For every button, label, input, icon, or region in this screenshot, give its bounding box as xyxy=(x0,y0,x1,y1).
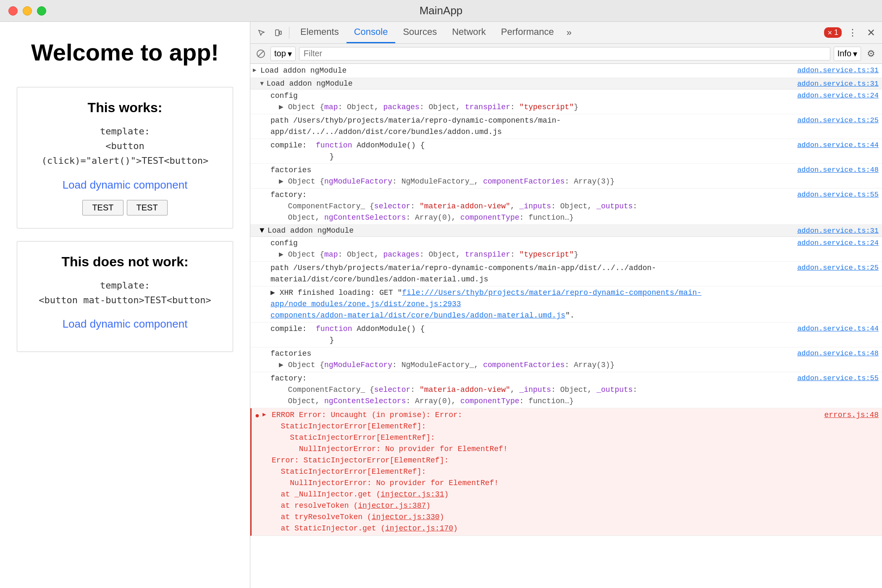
log-2-factory: factory: addon.service.ts:55 ComponentFa… xyxy=(250,189,882,225)
toolbar-separator xyxy=(289,27,289,39)
log-section-3-title: Load addon ngModule xyxy=(268,226,790,235)
log-3-config: config addon.service.ts:24 ▶ Object {map… xyxy=(250,237,882,262)
more-options-button[interactable]: ⋮ xyxy=(845,25,860,40)
console-settings-button[interactable]: ⚙ xyxy=(864,47,878,60)
app-main-title: Welcome to app! xyxy=(31,39,219,66)
log-2-path-file[interactable]: addon.service.ts:25 xyxy=(797,115,879,126)
error-count: 1 xyxy=(834,28,838,37)
tab-performance[interactable]: Performance xyxy=(494,22,562,43)
svg-rect-0 xyxy=(276,30,279,36)
error-link-1[interactable]: injector.js:31 xyxy=(381,490,444,499)
log-3-compile-file[interactable]: addon.service.ts:44 xyxy=(797,323,879,334)
section1-title: This works: xyxy=(30,100,220,116)
devtools-panel: Elements Console Sources Network Perform… xyxy=(250,22,882,588)
tab-sources[interactable]: Sources xyxy=(395,22,444,43)
log-3-compile: compile: function AddonModule() { } addo… xyxy=(250,323,882,347)
log-section-2-header[interactable]: ▶ Load addon ngModule addon.service.ts:3… xyxy=(250,78,882,89)
app-panel: Welcome to app! This works: template: <b… xyxy=(0,22,250,588)
tab-network[interactable]: Network xyxy=(444,22,494,43)
error-badge: ✕ 1 xyxy=(824,27,842,38)
top-label: top xyxy=(274,49,286,58)
log-2-factory-file[interactable]: addon.service.ts:55 xyxy=(797,189,879,200)
toggle-arrow-2[interactable]: ▶ xyxy=(259,82,266,85)
error-icon: ● xyxy=(255,410,260,422)
log-2-compile: compile: function AddonModule() { } addo… xyxy=(250,139,882,164)
toggle-arrow-1[interactable]: ▶ xyxy=(253,66,256,75)
app-section-works: This works: template: <button (click)="a… xyxy=(17,87,233,228)
section2-code: template: <button mat-button>TEST<button… xyxy=(30,278,220,307)
test-button-2[interactable]: TEST xyxy=(127,200,168,215)
info-dropdown-arrow-icon: ▾ xyxy=(853,49,857,59)
error-link-2[interactable]: injector.js:387 xyxy=(358,501,426,510)
devtools-toolbar-right: ✕ 1 ⋮ ✕ xyxy=(824,25,879,40)
log-2-config-file[interactable]: addon.service.ts:24 xyxy=(797,90,879,101)
test-buttons-group: TEST TEST xyxy=(30,200,220,215)
error-link-4[interactable]: injector.js:170 xyxy=(385,524,453,533)
close-button[interactable] xyxy=(8,6,18,16)
log-2-factories-file[interactable]: addon.service.ts:48 xyxy=(797,165,879,176)
log-level-dropdown[interactable]: Info ▾ xyxy=(834,47,861,61)
error-x-icon: ✕ xyxy=(827,29,832,36)
device-icon[interactable] xyxy=(270,25,286,40)
filter-input[interactable] xyxy=(299,47,830,60)
log-3-factories: factories addon.service.ts:48 ▶ Object {… xyxy=(250,347,882,372)
close-devtools-button[interactable]: ✕ xyxy=(864,25,879,40)
svg-line-3 xyxy=(258,51,264,57)
devtools-toolbar: Elements Console Sources Network Perform… xyxy=(250,22,882,44)
more-tabs-icon[interactable]: » xyxy=(562,25,577,40)
log-3-factories-text: factories xyxy=(270,348,790,360)
log-2-factories-text: factories xyxy=(270,165,790,176)
error-link-3[interactable]: injector.js:330 xyxy=(372,513,440,521)
log-3-factory-text: factory: xyxy=(270,373,790,384)
error-file[interactable]: errors.js:48 xyxy=(824,410,879,421)
log-3-path-text: path /Users/thyb/projects/materia/repro-… xyxy=(270,262,790,285)
log-section-2-file[interactable]: addon.service.ts:31 xyxy=(797,80,879,88)
log-2-compile-text: compile: function AddonModule() { } xyxy=(270,140,790,163)
section2-title: This does not work: xyxy=(30,254,220,270)
log-3-factories-file[interactable]: addon.service.ts:48 xyxy=(797,348,879,359)
dropdown-arrow-icon: ▾ xyxy=(288,49,292,59)
app-section-not-works: This does not work: template: <button ma… xyxy=(17,241,233,352)
log-entry-1: ▶ Load addon ngModule addon.service.ts:3… xyxy=(250,64,882,78)
log-2-factories: factories addon.service.ts:48 ▶ Object {… xyxy=(250,164,882,189)
title-bar: MainApp xyxy=(0,0,882,22)
svg-rect-1 xyxy=(280,31,281,34)
log-2-config-text: config xyxy=(270,90,790,102)
section2-load-link[interactable]: Load dynamic component xyxy=(30,318,220,331)
log-3-config-text: config xyxy=(270,238,790,249)
clear-console-button[interactable] xyxy=(255,47,267,60)
traffic-lights xyxy=(8,6,46,16)
console-toolbar: top ▾ Info ▾ ⚙ xyxy=(250,44,882,64)
log-3-compile-text: compile: function AddonModule() { } xyxy=(270,323,790,346)
section1-code: template: <button (click)="alert()">TEST… xyxy=(30,124,220,168)
log-3-path: path /Users/thyb/projects/materia/repro-… xyxy=(250,262,882,286)
log-3-xhr-text: ▶ XHR finished loading: GET "file:///Use… xyxy=(270,287,879,321)
log-section-3-header[interactable]: ▶ Load addon ngModule addon.service.ts:3… xyxy=(250,225,882,237)
main-area: Welcome to app! This works: template: <b… xyxy=(0,22,882,588)
console-log-area[interactable]: ▶ Load addon ngModule addon.service.ts:3… xyxy=(250,64,882,588)
log-2-path-text: path /Users/thyb/projects/materia/repro-… xyxy=(270,115,790,138)
info-label: Info xyxy=(837,49,851,58)
maximize-button[interactable] xyxy=(37,6,46,16)
toggle-arrow-3[interactable]: ▶ xyxy=(258,228,267,233)
error-log-entry: ● ▶ ERROR Error: Uncaught (in promise): … xyxy=(250,408,882,536)
inspector-icon[interactable] xyxy=(254,25,269,40)
log-3-config-file[interactable]: addon.service.ts:24 xyxy=(797,238,879,249)
error-main-text: ERROR Error: Uncaught (in promise): Erro… xyxy=(272,410,508,534)
tab-console[interactable]: Console xyxy=(346,22,396,43)
context-dropdown[interactable]: top ▾ xyxy=(270,47,296,61)
test-button-1[interactable]: TEST xyxy=(82,200,123,215)
section1-load-link[interactable]: Load dynamic component xyxy=(30,178,220,192)
tab-elements[interactable]: Elements xyxy=(293,22,346,43)
log-3-path-file[interactable]: addon.service.ts:25 xyxy=(797,262,879,273)
error-expand-arrow[interactable]: ▶ xyxy=(262,410,266,419)
log-2-config: config addon.service.ts:24 ▶ Object {map… xyxy=(250,89,882,114)
log-text-1: Load addon ngModule xyxy=(260,65,790,76)
log-3-factory: factory: addon.service.ts:55 ComponentFa… xyxy=(250,372,882,408)
log-file-1[interactable]: addon.service.ts:31 xyxy=(797,65,879,76)
log-3-factory-file[interactable]: addon.service.ts:55 xyxy=(797,373,879,384)
minimize-button[interactable] xyxy=(23,6,32,16)
log-section-3-file[interactable]: addon.service.ts:31 xyxy=(797,227,879,235)
log-2-compile-file[interactable]: addon.service.ts:44 xyxy=(797,140,879,151)
devtools-tabs: Elements Console Sources Network Perform… xyxy=(293,22,822,43)
